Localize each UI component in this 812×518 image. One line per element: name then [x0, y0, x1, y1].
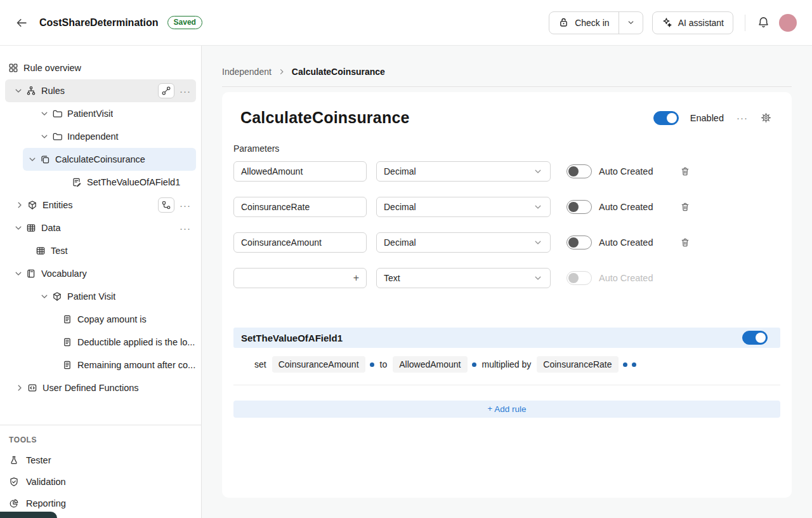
rule-detail-card: CalculateCoinsurance Enabled ··· Paramet…	[222, 92, 792, 498]
field-chip[interactable]: CoinsuranceRate	[537, 356, 618, 373]
tools-list: TesterValidationReporting	[0, 449, 201, 514]
blue-dot-icon[interactable]	[632, 362, 636, 367]
sidebar-item-deductible-applied-is-the-lo[interactable]: Deductible applied is the lo...	[5, 331, 196, 354]
sidebar-item-independent[interactable]: Independent	[5, 125, 196, 148]
sidebar-item-label: Test	[51, 246, 68, 256]
chevron-down-icon[interactable]	[11, 86, 25, 96]
back-button[interactable]	[13, 14, 30, 32]
flask-icon	[9, 455, 20, 466]
sidebar-item-setthevalueofafield1[interactable]: SetTheValueOfAField1	[5, 171, 196, 194]
breadcrumb: Independent CalculateCoinsurance	[222, 46, 792, 87]
auto-created-toggle	[566, 271, 592, 285]
sidebar-item-patientvisit[interactable]: PatientVisit	[5, 102, 196, 125]
chevron-right-icon[interactable]	[13, 383, 27, 393]
breadcrumb-parent[interactable]: Independent	[222, 67, 272, 77]
notifications-button[interactable]	[757, 16, 770, 29]
sidebar-item-label: Rule overview	[23, 63, 81, 73]
sidebar-item-user-defined-functions[interactable]: User Defined Functions	[5, 376, 196, 399]
parameter-name-input[interactable]: AllowedAmount	[233, 161, 367, 182]
sidebar-item-test[interactable]: Test	[5, 239, 196, 262]
field-chip[interactable]: AllowedAmount	[393, 356, 467, 373]
ai-assistant-button[interactable]: AI assistant	[652, 11, 733, 34]
sidebar-item-label: Patient Visit	[67, 291, 115, 302]
bell-icon	[757, 16, 770, 29]
more-button[interactable]: ···	[178, 223, 192, 234]
auto-created-label: Auto Created	[599, 202, 657, 212]
chevron-down-icon[interactable]	[11, 269, 25, 279]
header-divider	[745, 15, 745, 31]
more-button[interactable]: ···	[178, 200, 192, 211]
parameter-name-input[interactable]: CoinsuranceAmount	[233, 232, 367, 253]
trash-icon[interactable]	[680, 166, 690, 176]
copies-icon	[39, 154, 50, 165]
trash-icon[interactable]	[680, 237, 690, 248]
link-icon[interactable]	[158, 83, 174, 98]
parameter-type-select[interactable]: Decimal	[376, 232, 551, 253]
add-rule-button[interactable]: + Add rule	[233, 401, 780, 418]
settings-gear-icon[interactable]	[761, 112, 771, 123]
sidebar-item-rules[interactable]: Rules···	[5, 79, 196, 102]
check-in-button[interactable]: Check in	[549, 12, 618, 34]
blue-dot-icon[interactable]	[623, 362, 627, 367]
cube-icon	[27, 200, 37, 211]
more-button[interactable]: ···	[178, 86, 192, 96]
parameters-heading: Parameters	[233, 143, 780, 154]
sidebar-item-label: PatientVisit	[67, 109, 113, 119]
auto-created-toggle[interactable]	[566, 236, 592, 249]
sidebar-item-calculatecoinsurance[interactable]: CalculateCoinsurance	[23, 148, 196, 171]
chevron-down-icon[interactable]	[37, 109, 51, 119]
sidebar-item-label: Copay amount is	[77, 314, 147, 324]
parameter-name-value: CoinsuranceAmount	[241, 237, 322, 248]
rule-enabled-toggle[interactable]	[742, 331, 768, 345]
chevron-down-icon[interactable]	[37, 131, 51, 142]
chevron-down-icon[interactable]	[11, 223, 25, 233]
book-icon	[25, 269, 36, 279]
tool-label: Reporting	[26, 498, 66, 508]
parameter-type-select[interactable]: Decimal	[376, 161, 551, 182]
floating-widget-peek[interactable]	[0, 512, 57, 518]
trash-icon[interactable]	[680, 202, 690, 212]
sidebar-item-remaining-amount-after-co[interactable]: Remaining amount after co...	[5, 354, 196, 376]
tool-item-tester[interactable]: Tester	[0, 449, 201, 471]
tool-item-reporting[interactable]: Reporting	[0, 493, 201, 514]
auto-created-label: Auto Created	[599, 237, 657, 248]
expression-keyword: multiplied by	[482, 359, 532, 369]
expression-token: AllowedAmount	[393, 356, 476, 373]
sparkle-icon	[662, 17, 672, 28]
sidebar-item-patient-visit[interactable]: Patient Visit	[5, 285, 196, 308]
parameter-type-select[interactable]: Text	[376, 268, 551, 288]
sidebar-item-entities[interactable]: Entities···	[5, 194, 196, 216]
folder-icon	[51, 109, 62, 119]
field-chip[interactable]: CoinsuranceAmount	[272, 356, 365, 373]
sidebar-item-data[interactable]: Data···	[5, 216, 196, 239]
auto-created-label: Auto Created	[599, 273, 657, 283]
auto-created-toggle[interactable]	[566, 164, 592, 178]
chevron-down-icon[interactable]	[25, 154, 39, 164]
code-icon	[27, 383, 37, 394]
parameter-row: AllowedAmountDecimalAuto Created	[233, 161, 780, 182]
sidebar-item-vocabulary[interactable]: Vocabulary	[5, 262, 196, 285]
blue-dot-icon[interactable]	[472, 362, 476, 367]
parameter-name-input[interactable]: +	[233, 268, 367, 288]
chevron-right-icon[interactable]	[13, 200, 27, 210]
chevron-down-icon[interactable]	[37, 291, 51, 302]
parameter-row: +TextAuto Created	[233, 268, 780, 288]
sidebar-item-label: CalculateCoinsurance	[55, 154, 145, 164]
parameter-type-select[interactable]: Decimal	[376, 197, 551, 217]
sidebar-item-rule-overview[interactable]: Rule overview	[5, 56, 196, 79]
tool-label: Validation	[26, 477, 66, 487]
expression-token: CoinsuranceRate	[537, 356, 636, 373]
blue-dot-icon[interactable]	[370, 362, 374, 367]
sidebar-item-label: User Defined Functions	[43, 383, 139, 393]
avatar[interactable]	[779, 14, 797, 32]
enabled-toggle[interactable]	[653, 111, 679, 125]
tool-item-validation[interactable]: Validation	[0, 471, 201, 493]
sidebar-item-copay-amount-is[interactable]: Copay amount is	[5, 308, 196, 331]
add-parameter-button[interactable]: +	[353, 272, 359, 284]
auto-created-toggle[interactable]	[566, 200, 592, 214]
sidebar-item-label: SetTheValueOfAField1	[87, 177, 180, 187]
graph-icon[interactable]	[158, 197, 174, 213]
parameter-name-input[interactable]: CoinsuranceRate	[233, 197, 367, 217]
check-in-menu-button[interactable]	[619, 12, 643, 34]
more-options-button[interactable]: ···	[735, 112, 749, 123]
